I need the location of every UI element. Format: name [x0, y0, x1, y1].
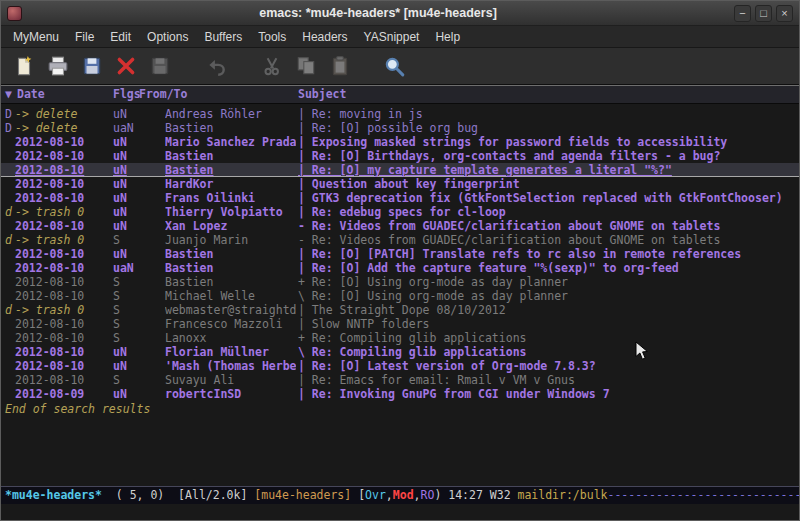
message-row[interactable]: 2012-08-10uNMario Sanchez Prada| Exposin…	[1, 135, 799, 149]
flags-cell: uN	[113, 149, 127, 163]
menu-headers[interactable]: Headers	[294, 27, 355, 47]
emacs-window: emacs: *mu4e-headers* [mu4e-headers] −□×…	[0, 0, 800, 521]
flags-cell: uN	[113, 163, 127, 177]
minimize-button[interactable]: −	[734, 5, 751, 22]
flags-cell: uN	[113, 135, 127, 149]
flags-cell: uN	[113, 345, 127, 359]
modeline-segment: RO	[421, 488, 435, 502]
from-cell: webmaster@straightd...	[165, 303, 296, 317]
message-row[interactable]: D-> deleteuaNBastien| Re: [O] possible o…	[1, 121, 799, 135]
date-or-mark-cell: 2012-08-10	[15, 219, 84, 233]
subject-cell: + Re: Compiling glib applications	[298, 331, 526, 345]
subject-cell: \ Re: Compiling glib applications	[298, 345, 526, 359]
subject-cell: | Question about key fingerprint	[298, 177, 520, 191]
flags-cell: S	[113, 331, 120, 345]
from-cell: Bastien	[165, 163, 296, 177]
modeline[interactable]: *mu4e-headers* ( 5, 0) [All/2.0k] [mu4e-…	[1, 486, 799, 504]
menu-yasnippet[interactable]: YASnippet	[356, 27, 428, 47]
close-icon[interactable]	[111, 51, 141, 81]
subject-cell: | Re: Invoking GnuPG from CGI under Wind…	[298, 387, 610, 401]
from-cell: Xan Lopez	[165, 219, 296, 233]
search-icon[interactable]	[379, 51, 409, 81]
date-or-mark-cell: -> delete	[15, 121, 77, 135]
date-or-mark-cell: 2012-08-10	[15, 317, 84, 331]
menu-buffers[interactable]: Buffers	[196, 27, 250, 47]
modeline-segment: ----------------------------------------	[608, 488, 800, 502]
column-flags[interactable]: Flgs	[113, 86, 141, 103]
message-row[interactable]: 2012-08-10SLanoxx+ Re: Compiling glib ap…	[1, 331, 799, 345]
titlebar[interactable]: emacs: *mu4e-headers* [mu4e-headers] −□×	[1, 1, 799, 26]
subject-cell: | Slow NNTP folders	[298, 317, 430, 331]
menu-file[interactable]: File	[67, 27, 102, 47]
undo-icon	[201, 51, 231, 81]
date-or-mark-cell: 2012-08-10	[15, 345, 84, 359]
modeline-segment: Ovr	[365, 488, 386, 502]
column-from[interactable]: From/To	[139, 86, 187, 103]
message-row[interactable]: 2012-08-10uNFrans Oilinki| GTK3 deprecat…	[1, 191, 799, 205]
flags-cell: uN	[113, 191, 127, 205]
menu-options[interactable]: Options	[139, 27, 196, 47]
menu-edit[interactable]: Edit	[102, 27, 139, 47]
message-row[interactable]: 2012-08-10uN'Mash (Thomas Herbert)| Re: …	[1, 359, 799, 373]
column-subject[interactable]: Subject	[298, 86, 346, 103]
from-cell: Bastien	[165, 247, 296, 261]
menu-tools[interactable]: Tools	[250, 27, 294, 47]
toolbar	[1, 48, 799, 85]
headers-buffer: D-> deleteuNAndreas Röhler| Re: moving i…	[1, 104, 799, 486]
message-row[interactable]: 2012-08-10SBastien+ Re: [O] Using org-mo…	[1, 275, 799, 289]
message-row[interactable]: 2012-08-10uNBastien| Re: [O] [PATCH] Tra…	[1, 247, 799, 261]
modeline-segment: *mu4e-headers*	[5, 488, 102, 502]
date-or-mark-cell: -> trash 0	[15, 233, 84, 247]
message-row[interactable]: 2012-08-10uNFlorian Müllner\ Re: Compili…	[1, 345, 799, 359]
from-cell: Bastien	[165, 261, 296, 275]
date-or-mark-cell: -> trash 0	[15, 205, 84, 219]
flags-cell: uN	[113, 107, 127, 121]
print-icon[interactable]	[43, 51, 73, 81]
modeline-segment: )	[434, 488, 448, 502]
subject-cell: \ Re: [O] Using org-mode as day planner	[298, 289, 568, 303]
from-cell: Suvayu Ali	[165, 373, 296, 387]
message-row[interactable]: 2012-08-10SSuvayu Ali| Re: Emacs for ema…	[1, 373, 799, 387]
new-file-icon[interactable]	[9, 51, 39, 81]
column-date[interactable]: Date	[17, 86, 45, 103]
flags-cell: uN	[113, 205, 127, 219]
message-row[interactable]: 2012-08-10uNBastien| Re: [O] my capture …	[1, 163, 799, 177]
date-or-mark-cell: 2012-08-09	[15, 387, 84, 401]
menu-help[interactable]: Help	[427, 27, 468, 47]
message-row[interactable]: 2012-08-10uNBastien| Re: [O] Birthdays, …	[1, 149, 799, 163]
message-row[interactable]: 2012-08-10uaNBastien| Re: [O] Add the ca…	[1, 261, 799, 275]
close-button[interactable]: ×	[776, 5, 793, 22]
from-cell: Andreas Röhler	[165, 107, 296, 121]
message-row[interactable]: d-> trash 0uNThierry Volpiatto| Re: edeb…	[1, 205, 799, 219]
subject-cell: | Re: [O] Latest version of Org-mode 7.8…	[298, 359, 596, 373]
flags-cell: S	[113, 289, 120, 303]
message-row[interactable]: 2012-08-10SFrancesco Mazzoli| Slow NNTP …	[1, 317, 799, 331]
message-row[interactable]: d-> trash 0SJuanjo Marin- Re: Videos fro…	[1, 233, 799, 247]
date-or-mark-cell: 2012-08-10	[15, 373, 84, 387]
menu-mymenu[interactable]: MyMenu	[5, 27, 67, 47]
subject-cell: | Re: edebug specs for cl-loop	[298, 205, 506, 219]
subject-cell: | Re: [O] [PATCH] Translate refs to rc a…	[298, 247, 741, 261]
message-row[interactable]: D-> deleteuNAndreas Röhler| Re: moving i…	[1, 107, 799, 121]
flags-cell: uaN	[113, 121, 134, 135]
message-row[interactable]: 2012-08-10SMichael Welle\ Re: [O] Using …	[1, 289, 799, 303]
flags-cell: S	[113, 317, 120, 331]
from-cell: Lanoxx	[165, 331, 296, 345]
message-row[interactable]: 2012-08-10uNXan Lopez- Re: Videos from G…	[1, 219, 799, 233]
subject-cell: | Re: [O] Add the capture feature "%(sex…	[298, 261, 679, 275]
message-row[interactable]: 2012-08-09uNrobertcInSD| Re: Invoking Gn…	[1, 387, 799, 401]
subject-cell: | GTK3 deprecation fix (GtkFontSelection…	[298, 191, 783, 205]
mark-prefix: D	[5, 121, 12, 135]
date-or-mark-cell: 2012-08-10	[15, 149, 84, 163]
mark-prefix: D	[5, 107, 12, 121]
echo-area	[1, 504, 799, 520]
maximize-button[interactable]: □	[755, 5, 772, 22]
flags-cell: uaN	[113, 261, 134, 275]
message-row[interactable]: 2012-08-10uNHardKor| Question about key …	[1, 177, 799, 191]
modeline-segment: ( 5, 0)	[102, 488, 178, 502]
window-controls: −□×	[734, 5, 793, 22]
subject-cell: | Re: [O] my capture template generates …	[298, 163, 672, 177]
message-row[interactable]: d-> trash 0Swebmaster@straightd...| The …	[1, 303, 799, 317]
save-icon[interactable]	[77, 51, 107, 81]
from-cell: robertcInSD	[165, 387, 296, 401]
